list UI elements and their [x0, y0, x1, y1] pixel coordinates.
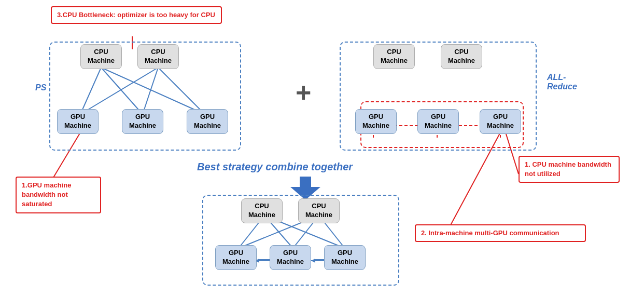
gpu-bandwidth-callout: 1.GPU machine bandwidth not saturated — [16, 177, 101, 213]
ps-label: PS — [35, 83, 46, 92]
plus-sign: + — [296, 77, 311, 108]
cpu-bottleneck-callout: 3.CPU Bottleneck: optimizer is too heavy… — [51, 6, 222, 24]
ps-gpu-machine-3: GPUMachine — [187, 109, 228, 134]
diagram-container: PS ALL-Reduce CPU Machine CPUMachine GPU… — [0, 0, 644, 296]
allreduce-cpu-machine-1: CPUMachine — [373, 44, 415, 69]
ps-cpu-machine-2: CPUMachine — [137, 44, 179, 69]
ps-cpu-machine-1: CPU Machine — [80, 44, 122, 69]
intra-machine-callout: 2. Intra-machine multi-GPU communication — [415, 224, 586, 242]
allreduce-gpu-machine-3: GPUMachine — [480, 109, 521, 134]
allreduce-cpu-machine-2: CPUMachine — [441, 44, 482, 69]
cpu-bandwidth-callout: 1. CPU machine bandwidth not utilized — [519, 156, 620, 183]
ps-gpu-machine-2: GPUMachine — [122, 109, 163, 134]
allreduce-gpu-machine-1: GPUMachine — [355, 109, 397, 134]
combined-gpu-machine-1: GPUMachine — [215, 245, 257, 270]
allreduce-gpu-machine-2: GPUMachine — [417, 109, 459, 134]
combined-cpu-machine-1: CPUMachine — [241, 198, 283, 223]
combined-cpu-machine-2: CPUMachine — [298, 198, 340, 223]
ps-gpu-machine-1: GPUMachine — [57, 109, 99, 134]
best-strategy-label: Best strategy combine together — [197, 161, 353, 173]
combined-gpu-machine-2: GPUMachine — [270, 245, 311, 270]
allreduce-label: ALL-Reduce — [547, 73, 577, 91]
combined-gpu-machine-3: GPUMachine — [324, 245, 366, 270]
